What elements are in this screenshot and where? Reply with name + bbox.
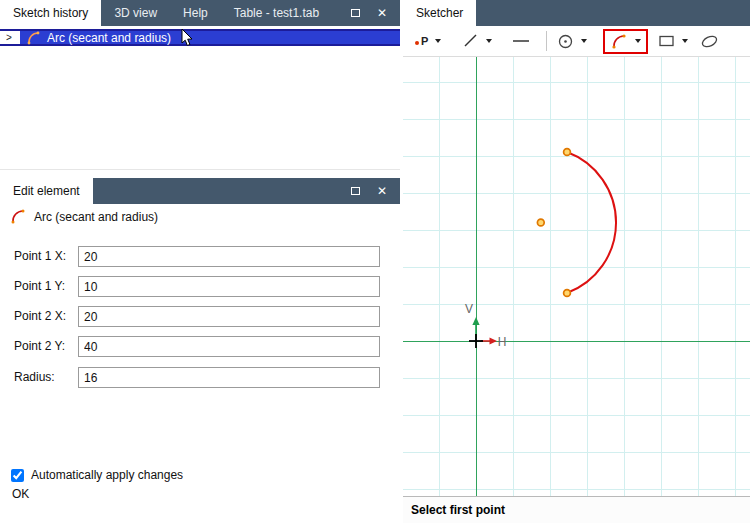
history-tab-bar: Sketch history 3D view Help Table - test… xyxy=(0,0,400,26)
arc-tool-dropdown[interactable] xyxy=(635,39,641,43)
auto-apply-label: Automatically apply changes xyxy=(31,468,183,482)
maximize-icon xyxy=(351,187,360,195)
tab-help[interactable]: Help xyxy=(170,0,221,26)
arc-endpoint-marker[interactable] xyxy=(564,290,571,297)
close-button[interactable]: ✕ xyxy=(377,7,387,19)
sketch-history-panel: Sketch history 3D view Help Table - test… xyxy=(0,0,400,170)
expand-arrow-icon[interactable]: > xyxy=(6,32,12,43)
auto-apply-checkbox[interactable] xyxy=(11,469,24,482)
maximize-icon xyxy=(351,9,360,17)
line-tool-dropdown[interactable] xyxy=(486,39,492,43)
field-row-point1y: Point 1 Y: xyxy=(0,276,400,297)
field-label: Point 2 X: xyxy=(14,306,66,327)
maximize-button[interactable] xyxy=(351,6,360,20)
auto-apply-row: Automatically apply changes xyxy=(11,468,183,482)
v-axis-arrowhead xyxy=(472,317,479,325)
rectangle-tool-button[interactable] xyxy=(658,33,688,49)
tab-sketcher[interactable]: Sketcher xyxy=(403,0,476,26)
history-item-label: Arc (secant and radius) xyxy=(47,31,171,45)
h-axis-arrowhead xyxy=(490,338,498,345)
history-list-item-selected[interactable]: > Arc (secant and radius) xyxy=(0,29,400,46)
line-icon xyxy=(463,33,479,49)
ok-status-text: OK xyxy=(12,487,29,501)
point1y-input[interactable] xyxy=(78,276,380,297)
v-axis-label: V xyxy=(465,302,473,316)
element-type-header: Arc (secant and radius) xyxy=(10,209,158,224)
circle-icon xyxy=(557,33,574,50)
arc-type-icon xyxy=(10,209,26,224)
status-text: Select first point xyxy=(411,503,505,517)
field-row-radius: Radius: xyxy=(0,367,400,388)
point-tool-button[interactable]: P xyxy=(415,34,441,48)
arc-tool-button[interactable] xyxy=(610,33,641,50)
circle-tool-button[interactable] xyxy=(557,33,587,50)
maximize-button[interactable] xyxy=(351,184,360,198)
status-bar: Select first point xyxy=(403,496,750,523)
line-tool-button[interactable] xyxy=(463,33,492,49)
sketch-canvas[interactable]: V H xyxy=(403,57,750,496)
ellipse-tool-button[interactable] xyxy=(700,33,719,50)
horizontal-line-icon xyxy=(512,33,530,49)
sketcher-tab-bar: Sketcher xyxy=(403,0,750,26)
arc-endpoint-marker[interactable] xyxy=(564,149,571,156)
field-label: Point 2 Y: xyxy=(14,336,65,357)
arc-icon xyxy=(610,33,628,50)
element-type-label: Arc (secant and radius) xyxy=(34,210,158,224)
edit-element-panel: Edit element ✕ Arc (secant and radius) P… xyxy=(0,178,400,523)
horizontal-line-tool-button[interactable] xyxy=(512,33,530,49)
field-row-point1x: Point 1 X: xyxy=(0,246,400,267)
point2y-input[interactable] xyxy=(78,336,380,357)
arc-item-icon xyxy=(26,31,41,45)
rectangle-icon xyxy=(658,33,675,49)
mouse-cursor xyxy=(181,28,193,50)
active-tool-highlight xyxy=(603,29,648,54)
tab-sketch-history[interactable]: Sketch history xyxy=(0,0,101,26)
circle-tool-dropdown[interactable] xyxy=(581,39,587,43)
field-row-point2y: Point 2 Y: xyxy=(0,336,400,357)
window-buttons: ✕ xyxy=(351,178,400,204)
field-label: Point 1 X: xyxy=(14,246,66,267)
point-tool-dropdown[interactable] xyxy=(435,39,441,43)
arc-curve[interactable] xyxy=(567,152,616,293)
expander-gutter: > xyxy=(0,31,20,44)
radius-input[interactable] xyxy=(78,367,380,388)
edit-tab-bar: Edit element ✕ xyxy=(0,178,400,204)
sketcher-toolbar: P xyxy=(403,26,750,57)
tab-table-test1[interactable]: Table - test1.tab xyxy=(221,0,332,26)
point2x-input[interactable] xyxy=(78,306,380,327)
h-axis-label: H xyxy=(498,335,507,349)
toolbar-separator xyxy=(546,31,547,51)
arc-center-marker[interactable] xyxy=(537,219,544,226)
point1x-input[interactable] xyxy=(78,246,380,267)
close-button[interactable]: ✕ xyxy=(377,185,387,197)
window-buttons: ✕ xyxy=(351,0,400,26)
tab-3d-view[interactable]: 3D view xyxy=(101,0,170,26)
ellipse-icon xyxy=(700,33,719,50)
field-row-point2x: Point 2 X: xyxy=(0,306,400,327)
point-icon: P xyxy=(415,34,428,48)
history-item-body[interactable]: Arc (secant and radius) xyxy=(20,31,400,44)
tab-edit-element[interactable]: Edit element xyxy=(0,178,93,204)
field-label: Radius: xyxy=(14,367,55,388)
rectangle-tool-dropdown[interactable] xyxy=(682,39,688,43)
field-label: Point 1 Y: xyxy=(14,276,65,297)
sketcher-panel: Sketcher P xyxy=(403,0,750,523)
